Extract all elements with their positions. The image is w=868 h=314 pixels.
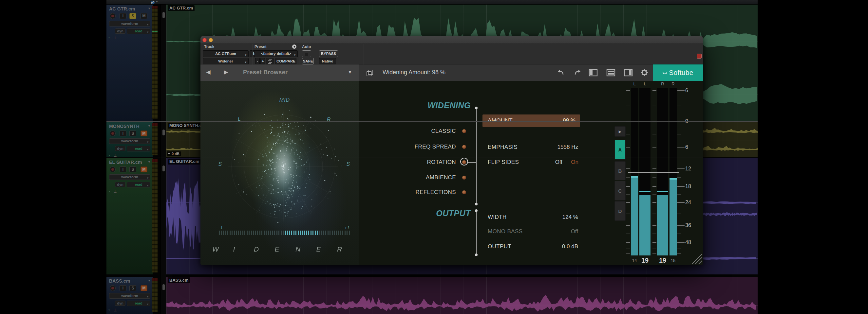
preset-copy-button[interactable] xyxy=(266,58,274,64)
stereo-field-visualizer[interactable]: MID L R S S -1 +1 WIDENER xyxy=(200,81,359,265)
softube-logo-button[interactable]: Softube xyxy=(653,64,703,81)
next-preset-button[interactable]: ▶ xyxy=(221,68,230,76)
width-value[interactable]: 124 % xyxy=(562,214,578,220)
preset-selector[interactable]: <factory default>▼ xyxy=(254,50,298,57)
mode-dot[interactable] xyxy=(462,145,466,149)
meter-tick-minor xyxy=(652,214,656,214)
correlation-tick xyxy=(261,231,262,235)
preset-decrement-button[interactable]: - xyxy=(255,58,260,64)
flip-sides-label[interactable]: FLIP SIDES xyxy=(488,159,519,166)
widener-plugin-window: Track AC GTR.cm▼ b▼ Widener▼ Preset <fac… xyxy=(200,36,703,265)
bypass-button[interactable]: BYPASS xyxy=(319,50,338,57)
correlation-tick xyxy=(238,231,239,235)
output-value[interactable]: 0.0 dB xyxy=(562,243,578,250)
snapshot-button-c[interactable]: C xyxy=(615,181,626,201)
undo-icon[interactable] xyxy=(556,69,565,76)
gear-icon[interactable] xyxy=(640,69,649,76)
correlation-tick xyxy=(349,231,350,235)
meter-tick-minor xyxy=(626,194,630,195)
mode-dot[interactable] xyxy=(462,190,466,194)
minimize-window-button[interactable] xyxy=(209,38,213,42)
correlation-tick xyxy=(227,231,228,235)
plugin-toolbar: ◀ ▶ Preset Browser ▼ Widening Amount: 98… xyxy=(200,64,703,81)
preset-increment-button[interactable]: + xyxy=(260,58,265,64)
correlation-tick xyxy=(251,231,252,235)
correlation-tick xyxy=(240,231,241,235)
correlation-tick xyxy=(298,231,299,235)
correlation-tick xyxy=(249,231,250,235)
insert-selector[interactable]: Widener▼ xyxy=(203,58,249,64)
meter-peak-cap xyxy=(631,176,638,178)
correlation-tick xyxy=(289,231,290,235)
chevron-down-icon[interactable]: ▼ xyxy=(348,70,352,75)
preset-browser-label[interactable]: Preset Browser xyxy=(243,69,287,76)
meter-scale-label: 12 xyxy=(685,166,691,172)
layout-left-panel-icon[interactable] xyxy=(589,69,598,76)
meter-channel-label: R xyxy=(672,81,675,86)
correlation-tick xyxy=(328,231,329,235)
close-window-button[interactable] xyxy=(203,38,207,42)
meter-expand-button[interactable]: ▶ xyxy=(615,126,626,137)
snapshot-button-a[interactable]: A xyxy=(615,140,626,160)
window-title-bar[interactable] xyxy=(200,36,703,44)
output-label[interactable]: OUTPUT xyxy=(488,243,511,250)
target-window-button[interactable] xyxy=(697,54,702,59)
mono-bass-label[interactable]: MONO BASS xyxy=(488,228,523,235)
previous-preset-button[interactable]: ◀ xyxy=(204,68,213,76)
correlation-tick xyxy=(247,231,248,235)
widening-mode-ambience[interactable]: AMBIENCE xyxy=(426,174,456,181)
layout-rows-icon[interactable] xyxy=(606,69,616,76)
resize-grip[interactable] xyxy=(689,251,702,264)
redo-icon[interactable] xyxy=(574,69,582,76)
meter-tick xyxy=(626,169,630,169)
plugin-body: MID L R S S -1 +1 WIDENER WIDENING CLASS… xyxy=(200,81,703,265)
mode-dot[interactable] xyxy=(462,176,466,180)
emphasis-label[interactable]: EMPHASIS xyxy=(488,144,518,150)
correlation-tick xyxy=(283,231,284,235)
width-label[interactable]: WIDTH xyxy=(488,214,507,220)
amount-parameter-row[interactable]: AMOUNT 98 % xyxy=(483,114,580,127)
safe-button[interactable]: SAFE xyxy=(302,58,314,64)
compare-button[interactable]: COMPARE xyxy=(276,58,297,64)
header-separator xyxy=(252,44,253,64)
selected-mode-ring xyxy=(460,158,468,166)
emphasis-value[interactable]: 1558 Hz xyxy=(557,144,578,150)
preset-librarian-icon[interactable] xyxy=(292,44,297,49)
preset-section-label: Preset xyxy=(254,44,267,49)
meter-tick-minor xyxy=(652,234,656,234)
flip-sides-off-value[interactable]: Off xyxy=(555,159,562,166)
mode-dot[interactable] xyxy=(462,129,466,133)
correlation-tick xyxy=(229,231,230,235)
meter-tick-minor xyxy=(652,134,656,134)
correlation-tick xyxy=(317,231,318,235)
wordmark-letter: E xyxy=(275,245,279,253)
meter-tick xyxy=(681,147,685,147)
correlation-tick xyxy=(276,231,277,235)
meter-tick xyxy=(626,242,630,243)
automation-window-button[interactable] xyxy=(302,50,311,57)
meter-peak-cap xyxy=(670,178,677,180)
track-selector[interactable]: AC GTR.cm▼ xyxy=(203,50,249,57)
meter-tick xyxy=(681,202,685,203)
correlation-tick xyxy=(274,231,275,235)
format-button[interactable]: Native xyxy=(319,58,336,64)
layout-right-panel-icon[interactable] xyxy=(624,69,633,76)
widening-section-title: WIDENING xyxy=(428,101,471,110)
wordmark-letter: E xyxy=(316,245,321,253)
widening-mode-freq-spread[interactable]: FREQ SPREAD xyxy=(415,144,456,150)
meter-tick xyxy=(626,147,630,147)
widening-mode-classic[interactable]: CLASSIC xyxy=(431,128,456,134)
widening-mode-reflections[interactable]: REFLECTIONS xyxy=(416,189,456,196)
meter-tick xyxy=(677,90,681,91)
widening-mode-rotation[interactable]: ROTATION xyxy=(427,159,456,166)
mono-bass-value[interactable]: Off xyxy=(571,228,578,235)
amount-value: 98 % xyxy=(563,117,576,124)
correlation-tick xyxy=(323,231,324,235)
wordmark-letter: R xyxy=(337,245,342,253)
snapshot-button-b[interactable]: B xyxy=(615,161,626,180)
correlation-tick xyxy=(325,231,326,235)
correlation-min-label: -1 xyxy=(219,225,223,230)
snapshot-button-d[interactable]: D xyxy=(615,201,626,221)
meter-tick-minor xyxy=(677,234,681,234)
flip-sides-on-value[interactable]: On xyxy=(571,159,579,166)
